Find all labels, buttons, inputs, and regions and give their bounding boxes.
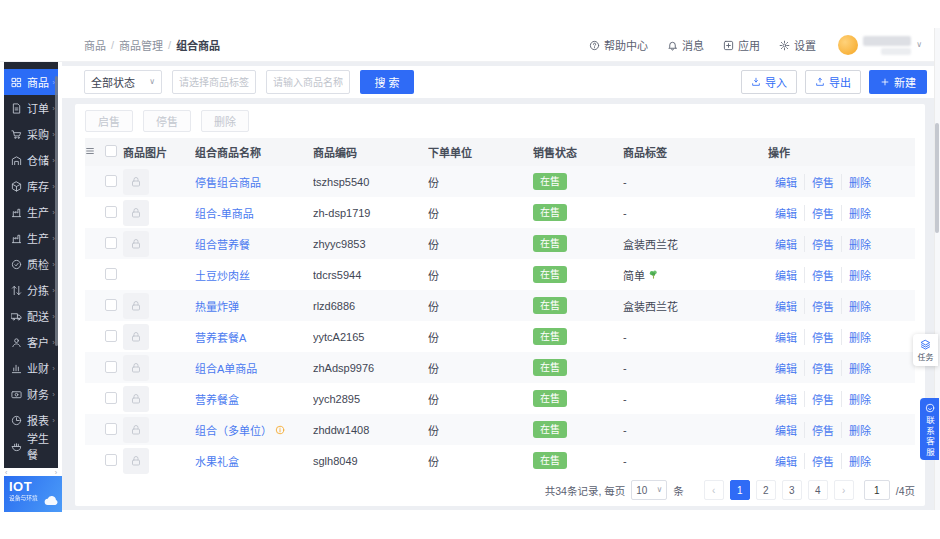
sidebar-item-11[interactable]: 业财› [4,355,58,381]
delete-link[interactable]: 删除 [841,174,878,190]
product-name-link[interactable]: 组合营养餐 [195,236,250,252]
edit-link[interactable]: 编辑 [768,329,804,345]
breadcrumb-item[interactable]: 商品管理 [119,37,163,53]
delete-link[interactable]: 删除 [841,205,878,221]
stop-sale-link[interactable]: 停售 [804,236,841,252]
import-button[interactable]: 导入 [741,70,797,94]
page-button-3[interactable]: 3 [782,480,802,500]
product-name-link[interactable]: 营养餐盒 [195,391,239,407]
edit-link[interactable]: 编辑 [768,267,804,283]
bulk-enable-button[interactable]: 启售 [85,110,133,132]
bulk-delete-button[interactable]: 删除 [201,110,249,132]
next-page-button[interactable]: › [834,480,854,500]
sidebar-item-14[interactable]: 学生餐 [4,433,58,459]
status-select[interactable]: 全部状态 ∨ [84,70,162,94]
apps-button[interactable]: 应用 [723,37,760,53]
edit-link[interactable]: 编辑 [768,391,804,407]
keyword-search-input[interactable] [266,70,350,94]
sidebar-item-12[interactable]: 财务› [4,381,58,407]
product-name-link[interactable]: 组合（多单位） [195,422,272,438]
product-name-link[interactable]: 土豆炒肉丝 [195,267,250,283]
breadcrumb-item[interactable]: 商品 [84,37,106,53]
help-center-button[interactable]: 帮助中心 [589,37,648,53]
edit-link[interactable]: 编辑 [768,236,804,252]
product-name-link[interactable]: 组合A单商品 [195,360,257,376]
sidebar-item-6[interactable]: 生产› [4,225,58,251]
export-button[interactable]: 导出 [805,70,861,94]
row-checkbox[interactable] [105,454,117,466]
product-name-link[interactable]: 组合-单商品 [195,205,254,221]
user-menu[interactable]: ∨ [838,28,922,62]
prev-page-button[interactable]: ‹ [704,480,724,500]
support-float-button[interactable]: 联系客服 [920,398,939,460]
delete-link[interactable]: 删除 [841,329,878,345]
tasks-float-button[interactable]: 任务 [913,334,938,366]
page-size-select[interactable]: 10 ∨ [631,480,667,500]
stop-sale-link[interactable]: 停售 [804,174,841,190]
edit-link[interactable]: 编辑 [768,422,804,438]
row-checkbox[interactable] [105,268,117,280]
sidebar-item-3[interactable]: 仓储› [4,147,58,173]
delete-link[interactable]: 删除 [841,453,878,469]
delete-link[interactable]: 删除 [841,267,878,283]
stop-sale-link[interactable]: 停售 [804,360,841,376]
sidebar-item-4[interactable]: 库存› [4,173,58,199]
page-button-4[interactable]: 4 [808,480,828,500]
product-name-link[interactable]: 营养套餐A [195,329,246,345]
sidebar-item-8[interactable]: 分拣› [4,277,58,303]
tag-filter-input[interactable] [172,70,256,94]
page-button-1[interactable]: 1 [730,480,750,500]
product-name-link[interactable]: 热量炸弹 [195,298,239,314]
row-checkbox[interactable] [105,423,117,435]
bulk-stop-button[interactable]: 停售 [143,110,191,132]
stop-sale-link[interactable]: 停售 [804,329,841,345]
row-checkbox[interactable] [105,361,117,373]
delete-link[interactable]: 删除 [841,422,878,438]
edit-link[interactable]: 编辑 [768,205,804,221]
page-jump-input[interactable] [864,480,890,500]
row-checkbox[interactable] [105,206,117,218]
sidebar-item-10[interactable]: 客户› [4,329,58,355]
stop-sale-link[interactable]: 停售 [804,391,841,407]
settings-button[interactable]: 设置 [779,37,816,53]
delete-link[interactable]: 删除 [841,391,878,407]
sidebar-item-0[interactable]: 商品› [4,69,58,95]
stop-sale-link[interactable]: 停售 [804,298,841,314]
column-settings-icon[interactable] [85,146,95,156]
sidebar-item-1[interactable]: 订单› [4,95,58,121]
edit-link[interactable]: 编辑 [768,298,804,314]
create-button[interactable]: 新建 [869,70,927,94]
select-all-checkbox[interactable] [105,145,117,157]
page-button-2[interactable]: 2 [756,480,776,500]
product-name-link[interactable]: 水果礼盒 [195,453,239,469]
sidebar-item-5[interactable]: 生产› [4,199,58,225]
edit-link[interactable]: 编辑 [768,174,804,190]
stop-sale-link[interactable]: 停售 [804,453,841,469]
messages-button[interactable]: 消息 [667,37,704,53]
sidebar-item-7[interactable]: 质检› [4,251,58,277]
sidebar-hscrollbar[interactable]: ‹ › [4,468,58,476]
row-checkbox[interactable] [105,299,117,311]
row-checkbox[interactable] [105,237,117,249]
stop-sale-link[interactable]: 停售 [804,205,841,221]
edit-link[interactable]: 编辑 [768,453,804,469]
sidebar-item-2[interactable]: 采购› [4,121,58,147]
row-checkbox[interactable] [105,330,117,342]
edit-link[interactable]: 编辑 [768,360,804,376]
scroll-right-arrow[interactable]: › [55,469,57,476]
delete-link[interactable]: 删除 [841,298,878,314]
iot-banner[interactable]: IOT 设备与环境 [4,476,62,512]
scroll-left-arrow[interactable]: ‹ [5,469,7,476]
product-name-link[interactable]: 停售组合商品 [195,174,261,190]
delete-link[interactable]: 删除 [841,360,878,376]
sidebar-item-9[interactable]: 配送› [4,303,58,329]
row-checkbox[interactable] [105,175,117,187]
delete-link[interactable]: 删除 [841,236,878,252]
sidebar-scrollbar[interactable] [55,76,58,346]
stop-sale-link[interactable]: 停售 [804,422,841,438]
row-checkbox[interactable] [105,392,117,404]
search-button[interactable]: 搜 索 [360,70,414,94]
scrollbar-thumb[interactable] [935,123,939,233]
info-icon[interactable] [275,425,285,435]
stop-sale-link[interactable]: 停售 [804,267,841,283]
